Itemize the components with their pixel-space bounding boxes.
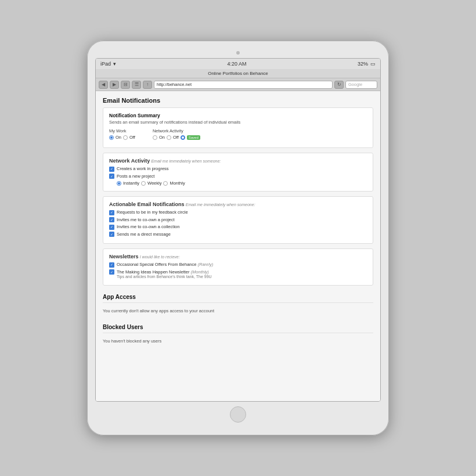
notif-summary-desc: Sends an email summary of notifications …: [109, 120, 367, 125]
network-off-radio[interactable]: [167, 135, 171, 140]
newsletter-checkbox-1[interactable]: [109, 269, 114, 275]
network-item-0: Creates a work in progress: [109, 166, 367, 172]
freq-monthly-radio[interactable]: [163, 181, 168, 186]
network-item-1: Posts a new project: [109, 174, 367, 179]
actionable-label-1: Invites me to co-own a project: [117, 217, 175, 222]
my-work-off-radio[interactable]: [123, 135, 128, 140]
network-activity-header-row: Network Activity Email me immediately wh…: [109, 158, 367, 164]
my-work-off-label: Off: [129, 135, 135, 140]
newsletter-item-1: The Making Ideas Happen Newsletter (Mont…: [109, 269, 367, 279]
my-work-on-label: On: [116, 135, 121, 140]
network-activity-title: Network Activity: [109, 158, 150, 164]
page-content: Email Notifications Notification Summary…: [96, 91, 380, 401]
freq-monthly-label: Monthly: [170, 181, 185, 186]
newsletters-note: I would like to recieve:: [140, 255, 180, 259]
blocked-users-desc: You haven't blocked any users: [103, 336, 373, 347]
blocked-users-section: Blocked Users You haven't blocked any us…: [103, 320, 373, 347]
battery-icon: ▭: [370, 61, 376, 67]
actionable-item-0: Requests to be in my feedback circle: [109, 210, 367, 215]
tablet-device: iPad ▾ 4:20 AM 32% ▭ Online Portfolios o…: [87, 41, 389, 435]
status-bar: iPad ▾ 4:20 AM 32% ▭: [96, 59, 380, 69]
actionable-title: Actionable Email Notifications: [109, 201, 185, 207]
my-work-on-row: On Off: [109, 135, 135, 140]
tablet-screen: iPad ▾ 4:20 AM 32% ▭ Online Portfolios o…: [95, 58, 381, 402]
url-text: http://behance.net: [157, 82, 192, 87]
actionable-checkbox-2[interactable]: [109, 225, 114, 230]
app-access-section: App Access You currently don't allow any…: [103, 290, 373, 317]
newsletter-label-1-wrap: The Making Ideas Happen Newsletter (Mont…: [117, 269, 212, 279]
newsletters-header-row: Newsletters I would like to recieve:: [109, 254, 367, 259]
my-work-col: My Work On Off: [109, 128, 135, 140]
network-item-label-0: Creates a work in progress: [117, 166, 169, 171]
actionable-label-0: Requests to be in my feedback circle: [117, 210, 188, 215]
actionable-checkbox-3[interactable]: [109, 232, 114, 237]
bookmark-button[interactable]: ⊟: [121, 81, 130, 89]
network-on-row: On Off Saved: [153, 135, 200, 140]
network-activity-label: Network Activity: [153, 128, 200, 134]
actionable-header-row: Actionable Email Notifications Email me …: [109, 201, 367, 207]
freq-instantly-radio[interactable]: [117, 181, 121, 186]
app-access-title: App Access: [103, 290, 373, 303]
share-icon: ↑: [146, 82, 149, 87]
freq-weekly-label: Weekly: [147, 181, 161, 186]
bookmark-icon: ⊟: [124, 82, 128, 87]
actionable-card: Actionable Email Notifications Email me …: [103, 196, 373, 244]
network-checkbox-0[interactable]: [109, 167, 114, 172]
network-on-radio[interactable]: [153, 135, 157, 140]
network-off-label: Off: [173, 135, 179, 140]
network-activity-col: Network Activity On Off Saved: [153, 128, 200, 140]
app-access-desc: You currently don't allow any apps acces…: [103, 306, 373, 317]
network-on-label: On: [159, 135, 165, 140]
wifi-icon: ▾: [113, 61, 116, 67]
actionable-note: Email me immediately when someone:: [186, 203, 255, 207]
actionable-label-2: Invites me to co-own a collection: [117, 224, 179, 229]
reader-icon: ☰: [135, 82, 139, 87]
reader-button[interactable]: ☰: [132, 81, 141, 89]
nav-bar: ◀ ▶ ⊟ ☰ ↑ http://behance.net ↻ Google: [96, 78, 380, 91]
newsletter-sublabel-1: Tips and articles from Behance's think t…: [117, 275, 212, 279]
network-activity-note: Email me immediately when someone:: [151, 159, 221, 163]
newsletter-item-0: Occasional Special Offers From Behance (…: [109, 262, 367, 268]
newsletter-label-0: Occasional Special Offers From Behance (…: [117, 262, 213, 267]
newsletters-card: Newsletters I would like to recieve: Occ…: [103, 248, 373, 286]
forward-icon: ▶: [113, 82, 116, 87]
tab-bar: Online Portfolios on Behance: [96, 69, 380, 78]
forward-button[interactable]: ▶: [110, 81, 119, 89]
my-work-label: My Work: [109, 128, 135, 134]
network-activity-card: Network Activity Email me immediately wh…: [103, 153, 373, 192]
page-heading: Email Notifications: [103, 97, 373, 104]
network-saved-radio[interactable]: [181, 135, 185, 140]
actionable-checkbox-0[interactable]: [109, 210, 114, 215]
back-button[interactable]: ◀: [99, 81, 108, 89]
url-bar[interactable]: http://behance.net: [154, 81, 333, 89]
actionable-item-2: Invites me to co-own a collection: [109, 224, 367, 230]
time-display: 4:20 AM: [227, 61, 246, 67]
search-bar[interactable]: Google: [345, 81, 377, 89]
my-work-on-radio[interactable]: [109, 135, 114, 140]
share-button[interactable]: ↑: [143, 81, 152, 89]
notif-summary-cols: My Work On Off Network Activity On: [109, 128, 367, 140]
freq-instantly-label: Instantly: [123, 181, 139, 186]
actionable-label-3: Sends me a direct message: [117, 232, 171, 237]
network-checkbox-1[interactable]: [109, 174, 114, 179]
device-label: iPad: [100, 61, 111, 67]
newsletter-checkbox-0[interactable]: [109, 262, 114, 268]
actionable-item-3: Sends me a direct message: [109, 232, 367, 237]
home-button[interactable]: [230, 406, 246, 423]
actionable-checkbox-1[interactable]: [109, 217, 114, 222]
tab-title: Online Portfolios on Behance: [208, 71, 268, 76]
notification-summary-card: Notification Summary Sends an email summ…: [103, 107, 373, 148]
notif-summary-title: Notification Summary: [109, 113, 367, 118]
saved-badge: Saved: [187, 135, 200, 140]
camera: [236, 51, 240, 55]
frequency-row: Instantly Weekly Monthly: [109, 181, 367, 186]
actionable-item-1: Invites me to co-own a project: [109, 217, 367, 223]
search-placeholder: Google: [348, 82, 362, 87]
battery-display: 32%: [358, 61, 368, 67]
freq-weekly-radio[interactable]: [141, 181, 146, 186]
frequency-options: Instantly Weekly Monthly: [117, 181, 367, 186]
network-item-label-1: Posts a new project: [117, 174, 154, 179]
reload-button[interactable]: ↻: [334, 81, 344, 89]
back-icon: ◀: [102, 82, 105, 87]
blocked-users-title: Blocked Users: [103, 320, 373, 333]
